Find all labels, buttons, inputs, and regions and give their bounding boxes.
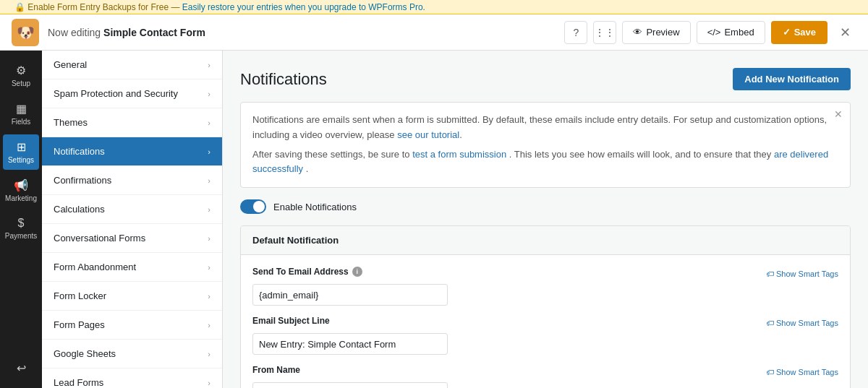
email-subject-input[interactable] [252, 333, 448, 355]
info-box-close-button[interactable]: ✕ [834, 108, 843, 120]
from-name-label: From Name [252, 365, 300, 375]
nav-item-fields-label: Fields [12, 118, 31, 126]
nav-item-settings-label: Settings [8, 156, 34, 164]
sidebar-item-form-pages[interactable]: Form Pages › [42, 311, 222, 340]
send-to-email-input[interactable] [252, 284, 448, 306]
nav-item-marketing-label: Marketing [5, 194, 37, 202]
top-bar-link[interactable]: Easily restore your entries when you upg… [182, 2, 425, 12]
nav-item-settings[interactable]: ⊞ Settings [3, 134, 39, 170]
send-to-email-label: Send To Email Address [252, 267, 349, 277]
settings-icon: ⊞ [17, 140, 26, 154]
tag-icon: 🏷 [766, 368, 774, 376]
tag-icon: 🏷 [766, 319, 774, 327]
from-name-label-row: From Name 🏷 Show Smart Tags [252, 365, 838, 379]
embed-button[interactable]: </> Embed [697, 21, 765, 44]
sidebar-item-themes[interactable]: Themes › [42, 108, 222, 137]
tag-icon: 🏷 [766, 270, 774, 278]
info-box: ✕ Notifications are emails sent when a f… [240, 102, 851, 188]
nav-item-setup-label: Setup [12, 79, 30, 87]
sidebar-item-confirmations[interactable]: Confirmations › [42, 166, 222, 195]
chevron-icon: › [208, 379, 210, 387]
email-subject-label: Email Subject Line [252, 316, 330, 326]
chevron-icon: › [208, 263, 210, 272]
sidebar-item-calculations[interactable]: Calculations › [42, 195, 222, 224]
notification-card-body: Send To Email Address i 🏷 Show Smart Tag… [241, 255, 850, 388]
from-name-smart-tags-button[interactable]: 🏷 Show Smart Tags [766, 368, 838, 376]
sidebar-item-general[interactable]: General › [42, 51, 222, 79]
test-submission-link[interactable]: test a form submission [412, 149, 506, 160]
embed-icon: </> [707, 27, 721, 38]
sidebar-item-notifications[interactable]: Notifications › [42, 137, 222, 166]
email-subject-row: Email Subject Line 🏷 Show Smart Tags [252, 316, 838, 355]
fields-icon: ▦ [16, 102, 27, 116]
app-logo: 🐶 [12, 19, 39, 46]
marketing-icon: 📢 [14, 178, 28, 192]
from-name-row: From Name 🏷 Show Smart Tags [252, 365, 838, 388]
top-bar: 🔒 Enable Form Entry Backups for Free — E… [0, 0, 868, 14]
chevron-icon: › [208, 292, 210, 301]
icon-nav: ⚙ Setup ▦ Fields ⊞ Settings 📢 Marketing … [0, 51, 42, 388]
chevron-icon: › [208, 176, 210, 185]
email-subject-smart-tags-button[interactable]: 🏷 Show Smart Tags [766, 319, 838, 327]
sidebar-item-form-abandonment[interactable]: Form Abandonment › [42, 253, 222, 282]
send-to-smart-tags-button[interactable]: 🏷 Show Smart Tags [766, 270, 838, 278]
tutorial-link[interactable]: see our tutorial [397, 129, 459, 140]
enable-notifications-toggle[interactable] [240, 199, 266, 214]
chevron-icon: › [208, 234, 210, 243]
sidebar: General › Spam Protection and Security ›… [42, 51, 223, 388]
top-bar-text: 🔒 Enable Form Entry Backups for Free — E… [14, 2, 425, 12]
chevron-icon: › [208, 321, 210, 329]
chevron-icon: › [208, 118, 210, 127]
help-button[interactable]: ? [564, 21, 587, 44]
setup-icon: ⚙ [16, 64, 26, 77]
app-header-title: Now editing Simple Contact Form [48, 27, 205, 38]
chevron-icon: › [208, 147, 210, 156]
nav-item-history[interactable]: ↩ [3, 355, 39, 381]
info-text-paragraph2: After saving these settings, be sure to … [252, 147, 838, 178]
page-header: Notifications Add New Notification [240, 68, 851, 90]
chevron-icon: › [208, 205, 210, 214]
main-layout: ⚙ Setup ▦ Fields ⊞ Settings 📢 Marketing … [0, 51, 868, 388]
sidebar-item-form-locker[interactable]: Form Locker › [42, 282, 222, 311]
chevron-icon: › [208, 61, 210, 69]
nav-item-payments-label: Payments [5, 232, 37, 240]
payments-icon: $ [18, 217, 25, 230]
notification-card-header: Default Notification [241, 226, 850, 255]
header-actions: ? ⋮⋮ 👁 Preview </> Embed ✓ Save ✕ [564, 21, 856, 44]
preview-button[interactable]: 👁 Preview [622, 21, 690, 44]
sidebar-item-lead-forms[interactable]: Lead Forms › [42, 368, 222, 388]
checkmark-icon: ✓ [783, 27, 791, 38]
info-text-paragraph1: Notifications are emails sent when a for… [252, 113, 838, 143]
nav-item-marketing[interactable]: 📢 Marketing [3, 173, 39, 208]
notification-card: Default Notification Send To Email Addre… [240, 225, 851, 388]
enable-notifications-row: Enable Notifications [240, 199, 851, 214]
enable-notifications-label: Enable Notifications [273, 202, 357, 212]
nav-item-payments[interactable]: $ Payments [3, 211, 39, 246]
send-to-label-row: Send To Email Address i 🏷 Show Smart Tag… [252, 267, 838, 280]
add-new-notification-button[interactable]: Add New Notification [733, 68, 851, 90]
history-icon: ↩ [17, 361, 26, 375]
sidebar-item-conversational-forms[interactable]: Conversational Forms › [42, 224, 222, 253]
nav-item-fields[interactable]: ▦ Fields [3, 96, 39, 132]
chevron-icon: › [208, 350, 210, 358]
from-name-input[interactable] [252, 382, 448, 388]
close-button[interactable]: ✕ [833, 21, 856, 44]
preview-icon: 👁 [633, 27, 642, 38]
nav-item-setup[interactable]: ⚙ Setup [3, 58, 39, 93]
icon-nav-bottom: ↩ [3, 355, 39, 388]
app-header: 🐶 Now editing Simple Contact Form ? ⋮⋮ 👁… [0, 14, 868, 51]
main-content: Notifications Add New Notification ✕ Not… [223, 51, 868, 388]
send-to-info-icon[interactable]: i [352, 267, 362, 277]
send-to-email-row: Send To Email Address i 🏷 Show Smart Tag… [252, 267, 838, 306]
email-subject-label-row: Email Subject Line 🏷 Show Smart Tags [252, 316, 838, 329]
chevron-icon: › [208, 90, 210, 98]
save-button[interactable]: ✓ Save [771, 21, 827, 44]
sidebar-item-google-sheets[interactable]: Google Sheets › [42, 340, 222, 368]
page-title: Notifications [240, 70, 327, 89]
sidebar-item-spam-protection[interactable]: Spam Protection and Security › [42, 79, 222, 108]
grid-button[interactable]: ⋮⋮ [593, 21, 616, 44]
